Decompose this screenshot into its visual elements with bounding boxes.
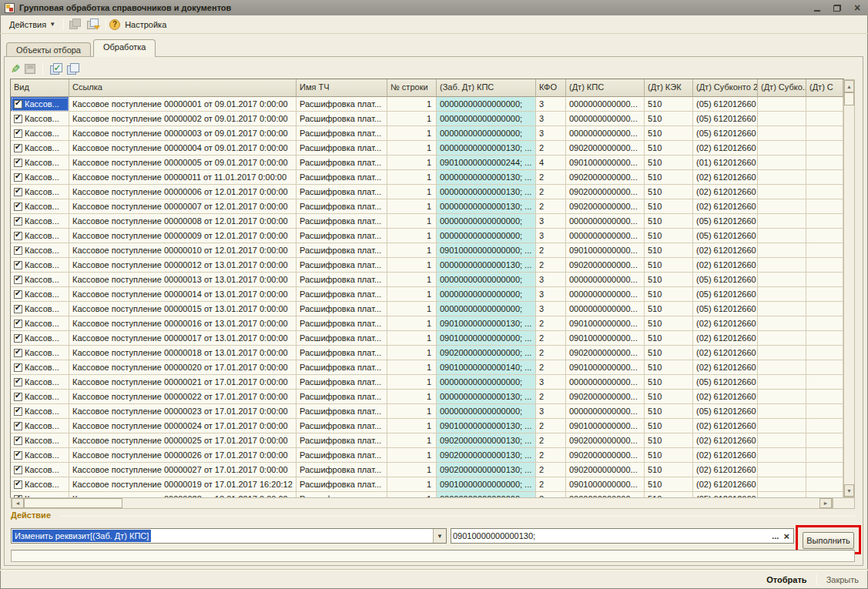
cell-kind[interactable]: ✔Кассов... [11, 97, 69, 112]
cell-ref[interactable]: Кассовое поступление 00000016 от 13.01.2… [69, 316, 297, 331]
cell-line[interactable]: 1 [387, 419, 437, 433]
cell-zab_kps[interactable]: 00000000000000000; [437, 214, 536, 229]
cell-kind[interactable]: ✔Кассов... [11, 287, 69, 302]
cell-kind[interactable]: ✔Кассов... [11, 126, 69, 141]
tab-processing[interactable]: Обработка [93, 39, 156, 57]
cell-kfo[interactable]: 2 [536, 316, 566, 331]
cell-zab_kps[interactable]: 00000000000000000; [437, 302, 536, 316]
column-header-tab[interactable]: Имя ТЧ [297, 79, 387, 97]
cell-dt_s[interactable] [806, 404, 843, 419]
cell-tab[interactable]: Расшифровка плат... [297, 214, 387, 229]
cell-kind[interactable]: ✔Кассов... [11, 331, 69, 346]
cell-tab[interactable]: Расшифровка плат... [297, 404, 387, 419]
cell-ref[interactable]: Кассовое поступление 00000009 от 12.01.2… [69, 229, 297, 243]
cell-kfo[interactable]: 3 [536, 112, 566, 126]
cell-tab[interactable]: Расшифровка плат... [297, 141, 387, 156]
cell-dt_kek[interactable]: 510 [645, 185, 693, 199]
cell-ref[interactable]: Кассовое поступление 00000012 от 13.01.2… [69, 258, 297, 273]
scroll-up-icon[interactable]: ▲ [844, 80, 854, 92]
cell-dt_sub3[interactable] [758, 331, 806, 346]
cell-kind[interactable]: ✔Кассов... [11, 375, 69, 390]
column-header-line[interactable]: № строки [387, 79, 437, 97]
cell-dt_sub2[interactable]: (05) 612012660 [693, 112, 758, 126]
cell-dt_kps[interactable]: 0902000000000... [566, 199, 645, 214]
cell-tab[interactable]: Расшифровка плат... [297, 287, 387, 302]
actions-menu[interactable]: Действия ▼ [5, 18, 60, 31]
column-header-dt_sub3[interactable]: (Дт) Субко... [758, 79, 806, 97]
cell-dt_sub2[interactable]: (02) 612012660 [693, 243, 758, 258]
cell-dt_sub2[interactable]: (02) 612012660 [693, 448, 758, 463]
cell-line[interactable]: 1 [387, 214, 437, 229]
cell-tab[interactable]: Расшифровка плат... [297, 97, 387, 112]
check-all-icon[interactable]: ✓ [50, 63, 63, 75]
cell-dt_kps[interactable]: 0000000000000... [566, 273, 645, 287]
row-checkbox[interactable]: ✔ [14, 466, 22, 474]
vertical-scrollbar-thumb[interactable] [844, 92, 854, 105]
cell-zab_kps[interactable]: 00000000000000000; [437, 112, 536, 126]
cell-dt_kek[interactable]: 510 [645, 258, 693, 273]
cell-dt_s[interactable] [806, 463, 843, 477]
cell-dt_sub2[interactable]: (01) 612012660 [693, 156, 758, 170]
cell-dt_sub3[interactable] [758, 214, 806, 229]
cell-line[interactable]: 1 [387, 112, 437, 126]
cell-dt_s[interactable] [806, 112, 843, 126]
cell-kind[interactable]: ✔Кассов... [11, 199, 69, 214]
cell-dt_s[interactable] [806, 390, 843, 404]
cell-line[interactable]: 1 [387, 97, 437, 112]
cell-ref[interactable]: Кассовое поступление 00000008 от 12.01.2… [69, 214, 297, 229]
cell-line[interactable]: 1 [387, 199, 437, 214]
row-checkbox[interactable]: ✔ [14, 100, 22, 109]
row-checkbox[interactable]: ✔ [14, 261, 22, 269]
cell-ref[interactable]: Кассовое поступление 00000013 от 13.01.2… [69, 273, 297, 287]
cell-kfo[interactable]: 3 [536, 375, 566, 390]
cell-dt_sub2[interactable]: (02) 612012660 [693, 433, 758, 448]
cell-kfo[interactable]: 3 [536, 302, 566, 316]
cell-dt_s[interactable] [806, 273, 843, 287]
cell-line[interactable]: 1 [387, 287, 437, 302]
ellipsis-button[interactable]: ... [769, 531, 781, 540]
cell-dt_s[interactable] [806, 360, 843, 375]
row-checkbox[interactable]: ✔ [14, 276, 22, 284]
cell-tab[interactable]: Расшифровка плат... [297, 199, 387, 214]
cell-tab[interactable]: Расшифровка плат... [297, 390, 387, 404]
cell-line[interactable]: 1 [387, 360, 437, 375]
cell-dt_s[interactable] [806, 375, 843, 390]
cell-dt_kps[interactable]: 0902000000000... [566, 258, 645, 273]
action-select[interactable]: Изменить реквизит[(Заб. Дт) КПС] ▼ [11, 528, 447, 544]
cell-kfo[interactable]: 2 [536, 448, 566, 463]
cell-ref[interactable]: Кассовое поступление 00000018 от 13.01.2… [69, 346, 297, 360]
row-checkbox[interactable]: ✔ [14, 437, 22, 445]
cell-kind[interactable]: ✔Кассов... [11, 214, 69, 229]
row-checkbox[interactable]: ✔ [14, 480, 22, 489]
cell-dt_sub3[interactable] [758, 419, 806, 433]
cell-line[interactable]: 1 [387, 273, 437, 287]
cell-kind[interactable]: ✔Кассов... [11, 185, 69, 199]
cell-dt_kps[interactable]: 0901000000000... [566, 156, 645, 170]
cell-zab_kps[interactable]: 09010000000000000; ... [437, 477, 536, 492]
cell-dt_kps[interactable]: 0902000000000... [566, 448, 645, 463]
cell-ref[interactable]: Кассовое поступление 00000005 от 09.01.2… [69, 156, 297, 170]
cell-ref[interactable]: Кассовое поступление 00000001 от 09.01.2… [69, 97, 297, 112]
vertical-scrollbar[interactable]: ▲ ▼ [843, 79, 855, 497]
cell-zab_kps[interactable]: 00000000000000000; [437, 273, 536, 287]
column-header-dt_s[interactable]: (Дт) С [806, 79, 843, 97]
cell-ref[interactable]: Кассовое поступление 00000019 от 17.01.2… [69, 477, 297, 492]
row-checkbox[interactable]: ✔ [14, 349, 22, 357]
cell-dt_sub3[interactable] [758, 390, 806, 404]
cell-line[interactable]: 1 [387, 492, 437, 497]
row-checkbox[interactable]: ✔ [14, 393, 22, 401]
action-value-field[interactable]: 09010000000000130; ... × [451, 528, 794, 544]
row-checkbox[interactable]: ✔ [14, 188, 22, 196]
cell-zab_kps[interactable]: 00000000000000130; ... [437, 390, 536, 404]
cell-kfo[interactable]: 4 [536, 156, 566, 170]
row-checkbox[interactable]: ✔ [14, 378, 22, 387]
cell-dt_sub3[interactable] [758, 375, 806, 390]
cell-line[interactable]: 1 [387, 229, 437, 243]
cell-kind[interactable]: ✔Кассов... [11, 419, 69, 433]
cell-kfo[interactable]: 2 [536, 360, 566, 375]
cell-dt_sub2[interactable]: (05) 612012660 [693, 126, 758, 141]
cell-zab_kps[interactable]: 00000000000000000; [437, 97, 536, 112]
cell-kfo[interactable]: 3 [536, 97, 566, 112]
cell-tab[interactable]: Расшифровка плат... [297, 170, 387, 185]
cell-kind[interactable]: ✔Кассов... [11, 112, 69, 126]
